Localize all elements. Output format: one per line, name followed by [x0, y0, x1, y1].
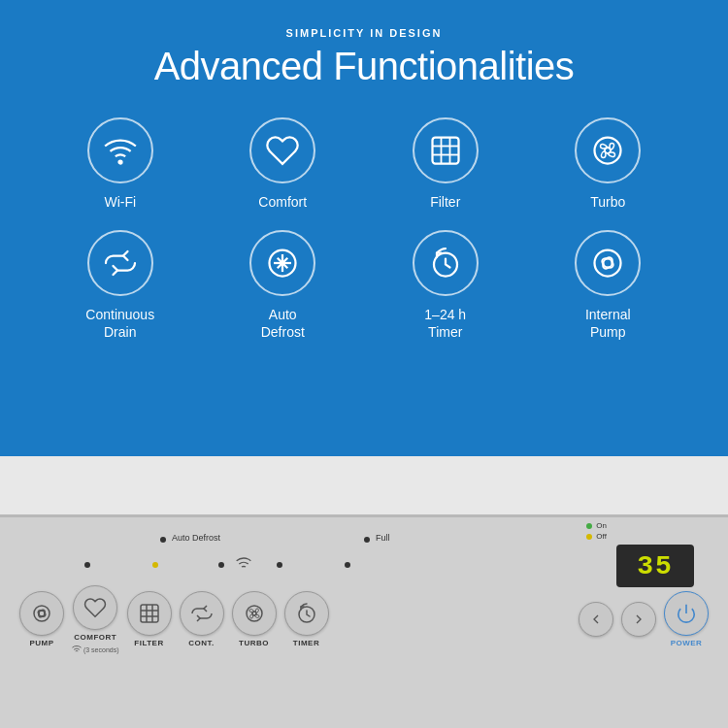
heart-icon	[265, 133, 300, 168]
drain-icon-circle	[87, 230, 153, 296]
pump-btn-icon	[30, 602, 53, 625]
cont-button[interactable]: CONT.	[180, 591, 224, 647]
status-dot-4	[277, 562, 282, 568]
turbo-btn-circle[interactable]	[232, 591, 277, 636]
status-dot-2	[152, 562, 158, 568]
status-dot-3	[218, 562, 224, 568]
power-icon	[676, 603, 697, 624]
cont-btn-circle[interactable]	[180, 591, 224, 636]
full-dot	[364, 537, 370, 543]
pump-btn-circle[interactable]	[19, 591, 64, 636]
defrost-icon	[265, 246, 300, 281]
pump-label: PUMP	[29, 639, 53, 647]
filter-icon	[428, 133, 463, 168]
svg-point-6	[595, 138, 621, 164]
defrost-icon-circle	[249, 230, 315, 296]
wifi-small-icon	[236, 556, 251, 568]
pump-icon	[590, 246, 625, 281]
comfort-btn-icon	[83, 596, 107, 619]
off-indicator: Off	[586, 532, 607, 541]
timer-icon-circle	[413, 230, 479, 296]
feature-wifi: Wi-Fi	[44, 117, 197, 211]
turbo-label: Turbo	[590, 193, 625, 211]
on-indicator: On	[586, 521, 607, 530]
svg-point-0	[118, 161, 121, 164]
control-panel: Auto Defrost Full On Off	[0, 514, 728, 728]
svg-point-14	[595, 250, 621, 277]
comfort-label: COMFORT	[74, 633, 116, 642]
display-panel: 35	[616, 545, 694, 587]
feature-filter: Filter	[369, 117, 522, 211]
comfort-label: Comfort	[258, 193, 307, 211]
auto-defrost-indicator: Auto Defrost	[172, 533, 220, 543]
comfort-sublabel: (3 seconds)	[72, 645, 119, 653]
turbo-fan-icon	[590, 133, 625, 168]
filter-icon-circle	[413, 117, 479, 183]
nav-left-icon	[588, 612, 604, 627]
timer-btn-icon	[295, 602, 318, 625]
timer-label: TIMER	[293, 639, 319, 647]
display-value: 35	[637, 551, 674, 581]
status-dot-5	[345, 562, 350, 568]
feature-continuous-drain: ContinuousDrain	[44, 230, 197, 341]
turbo-btn-icon	[243, 602, 266, 625]
power-button-container[interactable]: POWER	[664, 591, 709, 647]
filter-label: Filter	[430, 193, 460, 211]
filter-btn-icon	[138, 602, 161, 625]
full-indicator: Full	[376, 533, 390, 543]
turbo-button[interactable]: TURBO	[232, 591, 277, 647]
features-grid: Wi-Fi Comfort F	[44, 117, 684, 342]
buttons-row[interactable]: PUMP COMFORT (3 seconds)	[19, 585, 709, 653]
feature-internal-pump: InternalPump	[532, 230, 685, 341]
on-dot	[586, 523, 592, 529]
drain-icon	[103, 246, 138, 281]
svg-point-24	[247, 606, 262, 621]
svg-point-17	[34, 606, 50, 621]
power-label: POWER	[671, 639, 703, 647]
svg-point-18	[39, 611, 45, 616]
cont-label: CONT.	[188, 639, 215, 647]
wifi-icon-circle	[87, 117, 153, 183]
timer-icon	[428, 246, 463, 281]
status-row: 35	[24, 554, 704, 574]
off-label: Off	[596, 532, 607, 541]
nav-right-icon	[631, 612, 646, 627]
feature-auto-defrost: AutoDefrost	[207, 230, 360, 341]
nav-left-button[interactable]	[579, 602, 613, 637]
indicator-row: Auto Defrost Full On Off	[24, 529, 704, 550]
top-section: SIMPLICITY IN DESIGN Advanced Functional…	[0, 0, 728, 456]
filter-button[interactable]: FILTER	[127, 591, 172, 647]
filter-btn-circle[interactable]	[127, 591, 172, 636]
wifi-icon	[103, 133, 138, 168]
turbo-icon-circle	[575, 117, 641, 183]
svg-rect-19	[141, 605, 158, 622]
feature-turbo: Turbo	[532, 117, 685, 211]
on-label: On	[596, 521, 607, 530]
nav-right-button[interactable]	[621, 602, 656, 637]
timer-label: 1–24 hTimer	[424, 306, 466, 341]
subtitle: SIMPLICITY IN DESIGN	[286, 27, 443, 39]
nav-left-container[interactable]	[579, 602, 613, 637]
on-off-indicators: On Off	[586, 521, 607, 541]
auto-defrost-label: AutoDefrost	[261, 306, 305, 341]
svg-point-15	[604, 259, 612, 268]
auto-defrost-dot	[160, 537, 166, 543]
bottom-section: Auto Defrost Full On Off	[0, 456, 728, 728]
turbo-label: TURBO	[239, 639, 269, 647]
timer-btn-circle[interactable]	[284, 591, 329, 636]
status-dot-1	[84, 562, 90, 568]
feature-timer: 1–24 hTimer	[369, 230, 522, 341]
timer-button[interactable]: TIMER	[284, 591, 329, 647]
cont-btn-icon	[190, 602, 214, 625]
comfort-btn-circle[interactable]	[73, 585, 117, 630]
main-title: Advanced Functionalities	[154, 45, 575, 88]
comfort-button[interactable]: COMFORT (3 seconds)	[72, 585, 119, 653]
comfort-icon-circle	[249, 117, 315, 183]
pump-icon-circle	[575, 230, 641, 296]
pump-button[interactable]: PUMP	[19, 591, 64, 647]
power-button[interactable]	[664, 591, 709, 636]
wifi-label: Wi-Fi	[104, 193, 136, 211]
filter-label: FILTER	[134, 639, 163, 647]
nav-right-container[interactable]	[621, 602, 656, 637]
internal-pump-label: InternalPump	[585, 306, 631, 341]
